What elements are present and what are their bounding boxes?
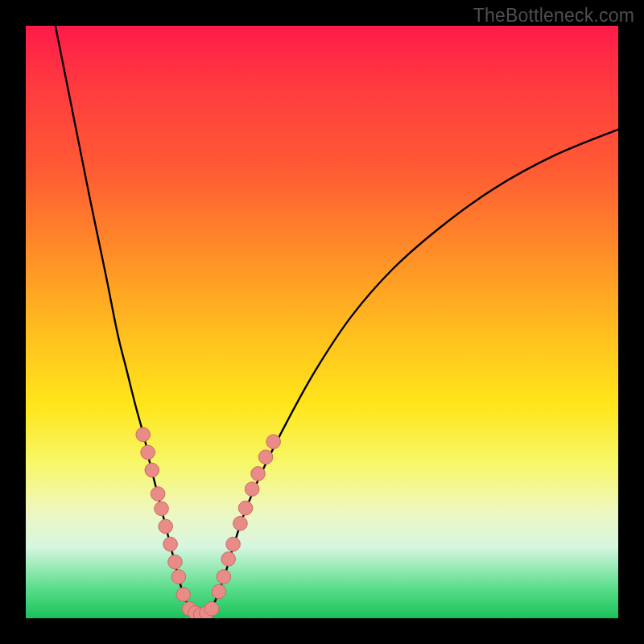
- data-dot: [221, 552, 236, 567]
- data-dot: [212, 584, 226, 599]
- data-dot: [168, 555, 183, 569]
- data-dot: [258, 450, 273, 464]
- data-dot: [141, 445, 155, 460]
- data-dot: [266, 435, 281, 449]
- data-dot: [204, 601, 219, 616]
- plot-area: [26, 26, 618, 618]
- data-dot: [251, 467, 266, 481]
- watermark-text: TheBottleneck.com: [473, 5, 634, 27]
- curve-overlay: [26, 26, 618, 618]
- data-dot: [217, 570, 231, 584]
- data-dot: [238, 501, 253, 515]
- data-dot: [226, 537, 241, 551]
- data-dot: [145, 463, 159, 477]
- data-dot: [151, 487, 165, 502]
- data-dot: [176, 588, 191, 602]
- data-dot: [171, 570, 186, 584]
- chart-frame: TheBottleneck.com: [0, 0, 644, 644]
- data-dot: [233, 516, 248, 530]
- data-dot: [136, 427, 151, 442]
- data-dot: [163, 537, 178, 551]
- bottleneck-curve: [56, 26, 618, 615]
- data-dot: [159, 519, 173, 534]
- data-dots: [136, 427, 281, 618]
- data-dot: [155, 502, 169, 516]
- data-dot: [245, 482, 259, 497]
